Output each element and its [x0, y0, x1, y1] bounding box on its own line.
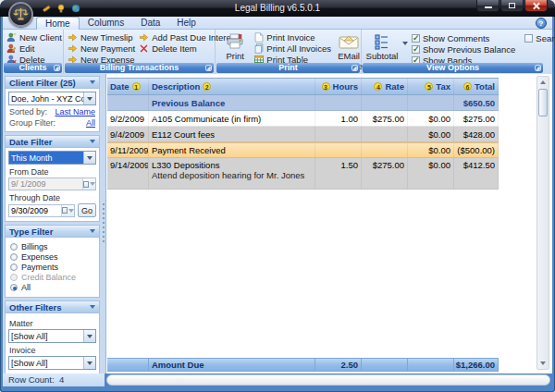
view-options-group-caption: View Options — [363, 63, 543, 73]
sorted-by-label: Sorted by: — [9, 107, 47, 116]
type-filter-title: Type Filter — [9, 227, 53, 237]
grid-row[interactable]: 9/4/2009 E112 Court fees $0.00 $428.00 — [107, 127, 499, 142]
row-count-value: 4 — [59, 374, 64, 385]
date-filter-header[interactable]: Date Filter — [6, 136, 99, 148]
scrollbar-thumb[interactable] — [538, 89, 548, 116]
invoice-select[interactable]: [Show All] — [8, 356, 96, 370]
scroll-up-arrow[interactable] — [537, 77, 549, 88]
new-payment-button[interactable]: New Payment — [68, 43, 135, 54]
checkbox-icon — [412, 45, 420, 54]
grid-row-previous-balance[interactable]: Previous Balance $650.50 — [107, 95, 499, 111]
grid-footer-amount-due: Amount Due 2.50 $1,266.00 — [107, 358, 499, 372]
column-header-hours[interactable]: 3Hours — [315, 79, 362, 94]
close-icon — [532, 2, 540, 10]
column-header-tax[interactable]: 5Tax — [408, 79, 454, 94]
show-previous-balance-checkbox[interactable]: Show Previous Balance — [412, 44, 515, 55]
row-count: Row Count: 4 — [3, 374, 105, 386]
from-date-input[interactable]: 9/ 1/2009 — [8, 178, 96, 190]
quick-access-icon-2[interactable] — [56, 3, 67, 14]
new-client-label: New Client — [19, 32, 62, 43]
dialog-launcher-icon[interactable] — [205, 65, 212, 71]
dialog-launcher-icon[interactable] — [352, 65, 358, 71]
print-invoice-label: Print Invoice — [266, 32, 314, 43]
amount-due-hours: 2.50 — [315, 359, 362, 371]
other-filters-panel: Other Filters Matter [Show All] Invoice … — [5, 300, 100, 374]
through-date-input[interactable]: 9/30/2009 — [8, 204, 75, 217]
tab-home[interactable]: Home — [36, 17, 80, 30]
dialog-launcher-icon[interactable] — [54, 65, 60, 71]
grid-header-row: Date1 Description2 3Hours 4Rate 5Tax 6To… — [107, 78, 499, 95]
main-area: Client Filter (25) Doe, John - XYZ Corpo… — [3, 74, 552, 374]
title-bar: Legal Billing v6.5.0.1 — [0, 0, 555, 17]
type-filter-header[interactable]: Type Filter — [6, 226, 99, 238]
column-header-rate[interactable]: 4Rate — [362, 79, 408, 94]
amount-due-label: Amount Due — [149, 359, 315, 371]
chevron-down-icon — [90, 305, 95, 309]
scroll-down-arrow[interactable] — [537, 358, 549, 369]
dialog-launcher-icon[interactable] — [535, 65, 541, 71]
horizontal-scrollbar[interactable] — [106, 374, 550, 386]
radio-payments[interactable]: Payments — [10, 263, 96, 272]
date-filter-title: Date Filter — [9, 137, 52, 147]
checkbox-icon — [412, 34, 420, 43]
minimize-button[interactable] — [476, 0, 500, 12]
show-comments-checkbox[interactable]: Show Comments — [412, 33, 515, 43]
new-client-button[interactable]: New Client — [6, 32, 62, 43]
column-number-badge: 4 — [374, 82, 382, 91]
tab-columns[interactable]: Columns — [80, 17, 132, 30]
chevron-down-icon — [90, 229, 95, 233]
group-filter-label: Group Filter: — [9, 118, 56, 128]
radio-billings[interactable]: Billings — [10, 242, 96, 251]
calendar-icon — [61, 205, 74, 216]
maximize-button[interactable] — [500, 0, 524, 12]
grid-row[interactable]: 9/2/2009 A105 Communicate (in firm) 1.00… — [107, 111, 499, 127]
group-filter-link[interactable]: All — [86, 118, 95, 128]
subtotal-button[interactable]: Subtotal — [362, 31, 402, 61]
matter-select[interactable]: [Show All] — [8, 329, 96, 343]
grid-row[interactable]: 9/14/2009 L330 Depositions Attend deposi… — [107, 158, 499, 190]
subtotal-label: Subtotal — [366, 51, 399, 61]
row-description: L330 Depositions — [152, 160, 312, 170]
print-all-invoices-button[interactable]: Print All Invoices — [254, 43, 331, 54]
application-menu-button[interactable] — [8, 2, 33, 27]
quick-access-toolbar — [41, 3, 81, 14]
date-range-select[interactable]: This Month — [8, 151, 96, 165]
quick-access-icon-1[interactable] — [41, 3, 52, 14]
checkbox-icon — [524, 34, 533, 43]
column-header-date[interactable]: Date1 — [107, 79, 149, 94]
window-title: Legal Billing v6.5.0.1 — [0, 3, 555, 13]
new-timeslip-button[interactable]: New Timeslip — [68, 32, 135, 43]
close-button[interactable] — [524, 0, 548, 12]
tab-data[interactable]: Data — [132, 17, 168, 30]
client-filter-header[interactable]: Client Filter (25) — [6, 77, 99, 89]
scales-of-justice-icon — [13, 6, 29, 22]
yellow-arrow-icon — [139, 32, 149, 43]
go-button[interactable]: Go — [78, 203, 96, 217]
column-number-badge: 1 — [132, 82, 141, 91]
print-invoice-button[interactable]: Print Invoice — [254, 32, 331, 43]
sorted-by-link[interactable]: Last Name — [55, 107, 95, 116]
tab-help[interactable]: Help — [168, 17, 204, 30]
other-filters-header[interactable]: Other Filters — [6, 301, 99, 313]
radio-selected-icon — [10, 284, 18, 291]
app-window: Legal Billing v6.5.0.1 Home Columns Data… — [0, 0, 555, 392]
yellow-arrow-icon — [68, 32, 78, 43]
column-header-description[interactable]: Description2 — [149, 79, 315, 94]
grid-row-payment[interactable]: 9/11/2009 Payment Received $0.00 ($500.0… — [107, 142, 499, 158]
quick-access-icon-3[interactable] — [70, 3, 81, 14]
radio-expenses[interactable]: Expenses — [10, 252, 96, 262]
vertical-scrollbar[interactable] — [536, 76, 549, 370]
clients-group-caption: Clients — [4, 63, 62, 73]
type-filter-panel: Type Filter Billings Expenses Payments C… — [5, 225, 100, 298]
radio-all[interactable]: All — [10, 283, 96, 292]
show-previous-balance-label: Show Previous Balance — [423, 44, 515, 55]
search-footer-checkbox[interactable]: Search Footer — [524, 33, 555, 43]
invoice-value: [Show All] — [9, 359, 83, 368]
client-select[interactable]: Doe, John - XYZ Corporation — [8, 92, 96, 105]
chevron-down-icon[interactable] — [402, 42, 408, 45]
edit-client-button[interactable]: Edit — [6, 43, 62, 54]
invoice-label: Invoice — [9, 346, 96, 355]
status-bar: Row Count: 4 — [3, 374, 552, 386]
help-icon[interactable] — [536, 18, 547, 29]
column-header-total[interactable]: 6Total — [454, 79, 499, 94]
